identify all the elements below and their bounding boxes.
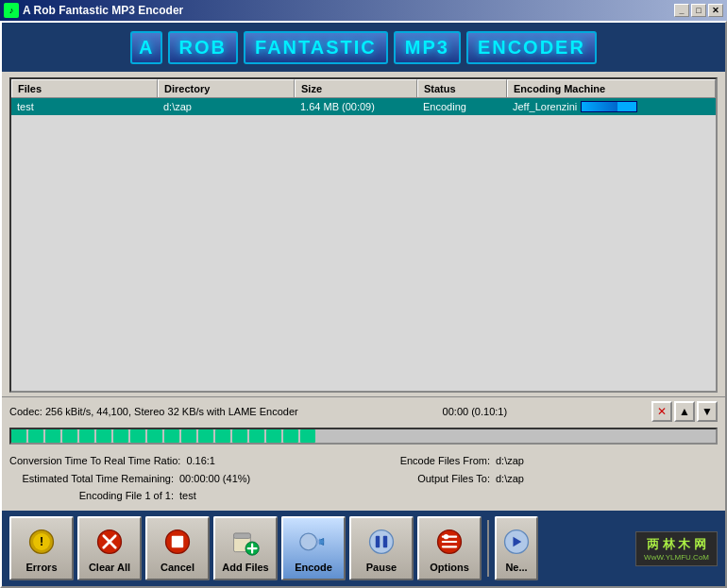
bottom-toolbar: ! Errors Clear All: [2, 511, 725, 586]
progress-segment: [300, 429, 315, 443]
file-list-header: Files Directory Size Status Encoding Mac…: [11, 79, 716, 98]
add-files-label: Add Files: [222, 562, 269, 573]
status-bar: Codec: 256 kBit/s, 44,100, Stereo 32 KB/…: [2, 396, 725, 424]
encoding-file-label: Encoding File 1 of 1:: [9, 487, 179, 505]
pause-button[interactable]: Pause: [349, 516, 414, 580]
cell-directory: d:\zap: [158, 98, 295, 115]
conversion-value: 0.16:1: [186, 452, 215, 470]
encoding-file-value: test: [179, 487, 196, 505]
cell-encoding-machine: Jeff_Lorenzini: [507, 99, 716, 114]
progress-segment: [96, 429, 111, 443]
stop-button[interactable]: ✕: [651, 401, 672, 422]
progress-segment: [62, 429, 77, 443]
machine-progress-fill: [582, 102, 617, 111]
title-bar-buttons: _ □ ✕: [674, 4, 723, 17]
output-line: Output Files To: d:\zap: [373, 470, 718, 488]
next-label: Ne...: [505, 562, 527, 573]
options-button[interactable]: Options: [417, 516, 482, 580]
options-label: Options: [430, 562, 469, 573]
banner-word-mp3: MP3: [394, 31, 461, 64]
conversion-label: Conversion Time To Real Time Ratio:: [9, 452, 186, 470]
col-size: Size: [295, 79, 417, 97]
machine-name: Jeff_Lorenzini: [513, 101, 577, 112]
add-files-icon: [228, 525, 262, 559]
options-icon: [432, 525, 466, 559]
svg-point-13: [300, 533, 317, 550]
main-window: A ROB FANTASTIC MP3 ENCODER Files Direct…: [0, 21, 727, 588]
info-left: Conversion Time To Real Time Ratio: 0.16…: [9, 452, 354, 505]
encode-button[interactable]: Encode: [281, 516, 346, 580]
control-buttons: ✕ ▲ ▼: [651, 401, 718, 422]
errors-icon: !: [25, 525, 59, 559]
svg-point-19: [444, 534, 448, 539]
table-row[interactable]: test d:\zap 1.64 MB (00:09) Encoding Jef…: [11, 98, 716, 115]
errors-button[interactable]: ! Errors: [9, 516, 74, 580]
scroll-up-button[interactable]: ▲: [674, 401, 695, 422]
file-list-body[interactable]: test d:\zap 1.64 MB (00:09) Encoding Jef…: [11, 98, 716, 391]
clear-all-label: Clear All: [89, 562, 130, 573]
cancel-button[interactable]: Cancel: [145, 516, 210, 580]
svg-rect-9: [234, 533, 251, 538]
close-button[interactable]: ✕: [708, 4, 723, 17]
output-label: Output Files To:: [373, 470, 496, 488]
cancel-label: Cancel: [161, 562, 194, 573]
toolbar-separator: [487, 520, 489, 577]
encode-from-label: Encode Files From:: [373, 452, 496, 470]
svg-point-15: [370, 529, 394, 553]
banner-word-fantastic: FANTASTIC: [244, 31, 388, 64]
cell-status: Encoding: [417, 98, 507, 115]
machine-progress-bar: [581, 101, 637, 112]
progress-segment: [283, 429, 298, 443]
estimated-line: Estimated Total Time Remaining: 00:00:00…: [9, 470, 354, 488]
progress-segment: [11, 429, 26, 443]
estimated-label: Estimated Total Time Remaining:: [9, 470, 179, 488]
cancel-icon: [161, 525, 194, 559]
encode-from-line: Encode Files From: d:\zap: [373, 452, 718, 470]
cell-name: test: [11, 98, 158, 115]
progress-segment: [266, 429, 281, 443]
add-files-button[interactable]: Add Files: [213, 516, 278, 580]
clear-all-button[interactable]: Clear All: [77, 516, 142, 580]
svg-rect-17: [383, 535, 387, 546]
clear-all-icon: [93, 525, 127, 559]
errors-label: Errors: [25, 562, 57, 573]
progress-segment: [28, 429, 43, 443]
main-progress-fill: [11, 429, 716, 443]
banner-word-a: A: [130, 31, 161, 64]
progress-segment: [164, 429, 179, 443]
info-section: Conversion Time To Real Time Ratio: 0.16…: [2, 448, 725, 511]
progress-segment: [232, 429, 247, 443]
progress-segment: [215, 429, 230, 443]
col-files: Files: [11, 79, 158, 97]
next-button[interactable]: Ne...: [495, 516, 538, 580]
minimize-button[interactable]: _: [674, 4, 689, 17]
maximize-button[interactable]: □: [691, 4, 706, 17]
progress-segment: [249, 429, 264, 443]
col-directory: Directory: [158, 79, 295, 97]
svg-rect-16: [376, 535, 380, 546]
watermark: 两 林 木 网 WwW.YLMFU.CoM: [635, 531, 718, 566]
watermark-logo: 两 林 木 网: [647, 536, 706, 553]
time-text: 00:00 (0.10:1): [443, 406, 508, 417]
info-right: Encode Files From: d:\zap Output Files T…: [373, 452, 718, 505]
banner-word-rob: ROB: [168, 31, 238, 64]
banner-word-encoder: ENCODER: [466, 31, 597, 64]
window-title: A Rob Fantastic MP3 Encoder: [23, 4, 183, 17]
encode-label: Encode: [295, 562, 332, 573]
progress-segment: [113, 429, 128, 443]
progress-segment: [181, 429, 196, 443]
watermark-url: WwW.YLMFU.CoM: [644, 553, 709, 562]
svg-rect-7: [172, 535, 183, 546]
col-status: Status: [417, 79, 507, 97]
svg-text:!: !: [40, 535, 43, 548]
progress-segment: [79, 429, 94, 443]
pause-label: Pause: [366, 562, 397, 573]
scroll-down-button[interactable]: ▼: [697, 401, 718, 422]
output-value: d:\zap: [496, 470, 524, 488]
encode-icon: [296, 525, 330, 559]
progress-segment: [130, 429, 145, 443]
title-bar: ♪ A Rob Fantastic MP3 Encoder _ □ ✕: [0, 0, 727, 21]
progress-segment: [45, 429, 60, 443]
progress-segment: [198, 429, 213, 443]
conversion-line: Conversion Time To Real Time Ratio: 0.16…: [9, 452, 354, 470]
